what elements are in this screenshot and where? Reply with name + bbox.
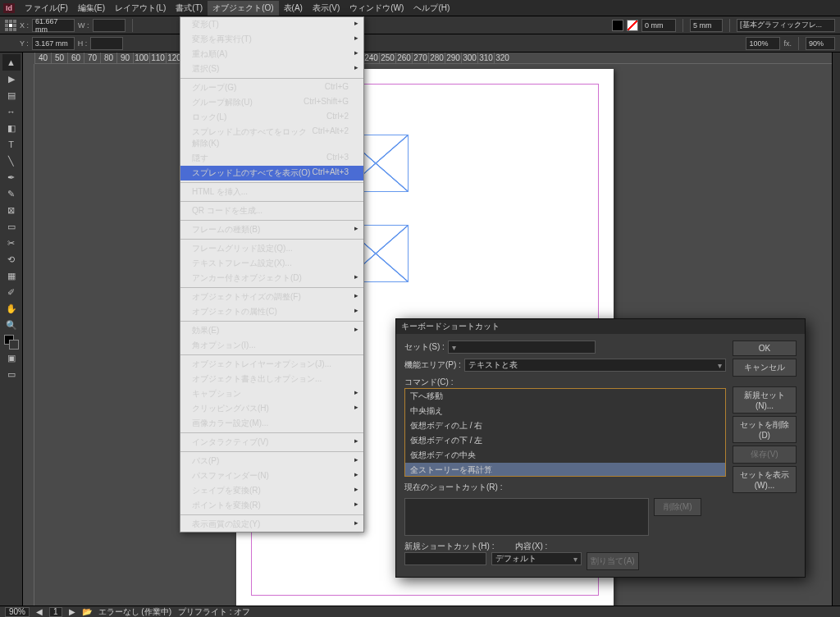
preflight-status[interactable]: プリフライト : オフ (178, 606, 250, 618)
menu-type[interactable]: 書式(T) (171, 1, 208, 16)
menu-item[interactable]: スプレッド上のすべてをロック解除(K)Ctrl+Alt+2 (180, 125, 363, 151)
menu-item[interactable]: 効果(E) (180, 323, 363, 338)
menu-item[interactable]: 画像カラー設定(M)... (180, 416, 363, 431)
menu-item[interactable]: キャプション (180, 386, 363, 401)
area-select[interactable]: テキストと表 (464, 359, 726, 372)
menu-item[interactable]: フレームの種類(B) (180, 222, 363, 237)
page-tool[interactable]: ▤ (2, 87, 21, 103)
ref-point-icon[interactable] (5, 20, 16, 31)
zoom-tool[interactable]: 🔍 (2, 317, 21, 333)
menu-item[interactable]: オブジェクトの属性(C) (180, 304, 363, 319)
content-collector-tool[interactable]: ◧ (2, 120, 21, 136)
context-select[interactable]: デフォルト (491, 552, 582, 565)
menu-item[interactable]: 重ね順(A) (180, 47, 363, 62)
menu-table[interactable]: 表(A) (279, 1, 308, 16)
menu-item[interactable]: 角オプション(I)... (180, 338, 363, 353)
x-field[interactable]: 61.667 mm (32, 19, 75, 32)
menu-item[interactable]: ロック(L)Ctrl+2 (180, 110, 363, 125)
opacity-field[interactable]: 100% (746, 37, 780, 50)
menu-view[interactable]: 表示(V) (308, 1, 345, 16)
menu-item[interactable]: HTML を挿入... (180, 185, 363, 199)
menu-item[interactable]: オブジェクト書き出しオプション... (180, 372, 363, 386)
set-select[interactable] (448, 340, 596, 354)
ok-button[interactable]: OK (733, 340, 797, 356)
command-item[interactable]: 下へ移動 (405, 389, 725, 404)
gap-tool[interactable]: ↔ (2, 103, 21, 120)
menu-window[interactable]: ウィンドウ(W) (345, 1, 409, 16)
menu-file[interactable]: ファイル(F) (20, 1, 73, 16)
fill-swatch[interactable] (612, 20, 623, 31)
hand-tool[interactable]: ✋ (2, 300, 21, 317)
command-item[interactable]: 中央揃え (405, 404, 725, 418)
menu-item[interactable]: アンカー付きオブジェクト(D) (180, 271, 363, 286)
command-item[interactable]: 仮想ボディの上 / 右 (405, 418, 725, 433)
menu-item[interactable]: パスファインダー(N) (180, 468, 363, 483)
delete-set-button[interactable]: セットを削除(D) (733, 416, 797, 443)
status-zoom[interactable]: 90% (5, 607, 30, 617)
menu-item[interactable]: 選択(S) (180, 62, 363, 76)
page-next-icon[interactable]: ▶ (69, 607, 75, 616)
fill-stroke-swatch[interactable] (4, 335, 19, 350)
menu-item[interactable]: ポイントを変換(R) (180, 498, 363, 513)
menu-item[interactable]: 表示画質の設定(Y) (180, 517, 363, 532)
y-field[interactable]: 3.167 mm (32, 37, 75, 50)
menu-item[interactable]: 隠すCtrl+3 (180, 151, 363, 166)
gradient-tool[interactable]: ▦ (2, 267, 21, 284)
stroke-swatch[interactable] (627, 20, 638, 31)
new-shortcut-input[interactable] (404, 552, 486, 565)
menu-item[interactable]: フレームグリッド設定(Q)... (180, 241, 363, 256)
menu-item[interactable]: インタラクティブ(V) (180, 435, 363, 450)
menu-edit[interactable]: 編集(E) (73, 1, 110, 16)
line-tool[interactable]: ╲ (2, 153, 21, 169)
save-button[interactable]: 保存(V) (733, 446, 797, 464)
menu-object[interactable]: オブジェクト(O) (208, 1, 278, 16)
view-mode-tool[interactable]: ▣ (2, 350, 21, 366)
show-set-button[interactable]: セットを表示(W)... (733, 466, 797, 493)
menu-layout[interactable]: レイアウト(L) (110, 1, 171, 16)
pencil-tool[interactable]: ✎ (2, 185, 21, 202)
status-page[interactable]: 1 (49, 607, 62, 617)
delete-shortcut-button[interactable]: 削除(M) (654, 498, 701, 516)
menu-item[interactable]: 変形を再実行(T) (180, 32, 363, 47)
selection-tool[interactable]: ▲ (2, 54, 21, 71)
fx-label[interactable]: fx. (783, 39, 792, 48)
panel-dock[interactable] (832, 53, 840, 606)
stroke-weight[interactable]: 0 mm (641, 19, 676, 32)
menu-item[interactable]: グループ(G)Ctrl+G (180, 80, 363, 95)
menu-item[interactable]: オブジェクトレイヤーオプション(J)... (180, 357, 363, 372)
rectangle-tool[interactable]: ▭ (2, 218, 21, 235)
new-set-button[interactable]: 新規セット(N)... (733, 386, 797, 414)
menu-item[interactable]: QR コードを生成... (180, 203, 363, 218)
command-item[interactable]: 仮想ボディの下 / 左 (405, 433, 725, 448)
cancel-button[interactable]: キャンセル (733, 359, 797, 377)
eyedropper-tool[interactable]: ✐ (2, 284, 21, 300)
command-item[interactable]: 全ストーリーを再計算 (405, 463, 725, 477)
menu-item[interactable]: パス(P) (180, 454, 363, 468)
menu-item[interactable]: 変形(T) (180, 17, 363, 32)
w-field[interactable] (93, 19, 126, 32)
zoom-field[interactable]: 90% (806, 37, 835, 50)
menu-item[interactable]: オブジェクトサイズの調整(F) (180, 290, 363, 304)
menu-item[interactable]: スプレッド上のすべてを表示(O)Ctrl+Alt+3 (180, 166, 363, 181)
command-item[interactable]: 仮想ボディの中央 (405, 448, 725, 463)
assign-button[interactable]: 割り当て(A) (587, 552, 639, 570)
menu-item[interactable]: テキストフレーム設定(X)... (180, 256, 363, 271)
page-prev-icon[interactable]: ◀ (36, 607, 43, 616)
transform-tool[interactable]: ⟲ (2, 251, 21, 267)
screen-mode-tool[interactable]: ▭ (2, 366, 21, 382)
rect-frame-tool[interactable]: ⊠ (2, 202, 21, 218)
pen-tool[interactable]: ✒ (2, 169, 21, 185)
menu-item[interactable]: クリッピングパス(H) (180, 401, 363, 416)
dash-field[interactable]: 5 mm (690, 19, 723, 32)
menu-item[interactable]: シェイプを変換(R) (180, 483, 363, 498)
open-icon[interactable]: 📂 (82, 607, 92, 616)
type-tool[interactable]: T (2, 136, 21, 153)
current-shortcut-box[interactable] (404, 498, 649, 536)
menu-item[interactable]: グループ解除(U)Ctrl+Shift+G (180, 95, 363, 110)
h-field[interactable] (90, 37, 123, 50)
direct-select-tool[interactable]: ▶ (2, 71, 21, 87)
command-list[interactable]: 下へ移動中央揃え仮想ボディの上 / 右仮想ボディの下 / 左仮想ボディの中央全ス… (404, 388, 726, 477)
menu-help[interactable]: ヘルプ(H) (409, 1, 454, 16)
style-preset[interactable]: [基本グラフィックフレ... (737, 19, 835, 32)
scissors-tool[interactable]: ✂ (2, 235, 21, 251)
